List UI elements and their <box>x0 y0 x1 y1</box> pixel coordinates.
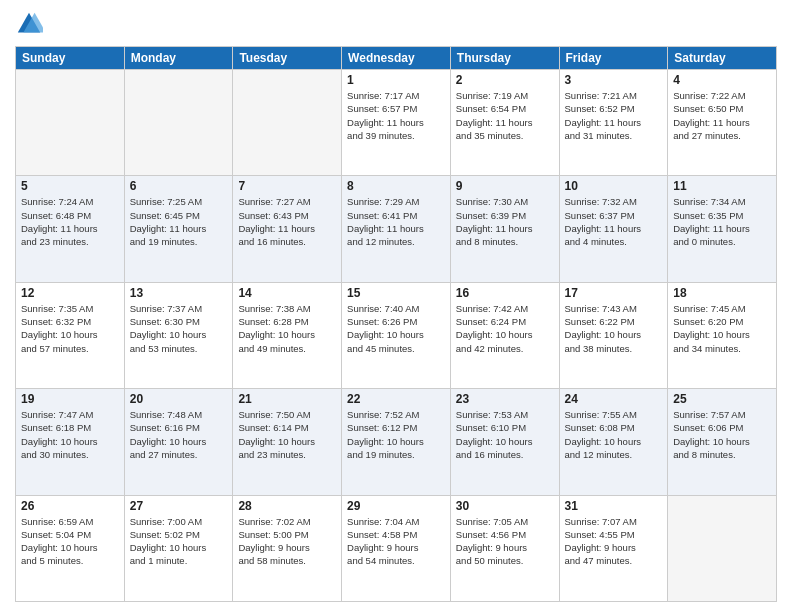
day-info: Sunrise: 7:21 AM Sunset: 6:52 PM Dayligh… <box>565 89 663 142</box>
calendar-cell: 21Sunrise: 7:50 AM Sunset: 6:14 PM Dayli… <box>233 389 342 495</box>
day-info: Sunrise: 7:37 AM Sunset: 6:30 PM Dayligh… <box>130 302 228 355</box>
calendar-day-header: Wednesday <box>342 47 451 70</box>
calendar-cell: 17Sunrise: 7:43 AM Sunset: 6:22 PM Dayli… <box>559 282 668 388</box>
day-number: 22 <box>347 392 445 406</box>
day-number: 29 <box>347 499 445 513</box>
calendar-cell <box>233 70 342 176</box>
day-info: Sunrise: 7:07 AM Sunset: 4:55 PM Dayligh… <box>565 515 663 568</box>
calendar-cell: 30Sunrise: 7:05 AM Sunset: 4:56 PM Dayli… <box>450 495 559 601</box>
day-number: 7 <box>238 179 336 193</box>
day-info: Sunrise: 7:40 AM Sunset: 6:26 PM Dayligh… <box>347 302 445 355</box>
day-number: 9 <box>456 179 554 193</box>
calendar-week-row: 19Sunrise: 7:47 AM Sunset: 6:18 PM Dayli… <box>16 389 777 495</box>
logo-icon <box>15 10 43 38</box>
calendar-cell: 11Sunrise: 7:34 AM Sunset: 6:35 PM Dayli… <box>668 176 777 282</box>
calendar-cell <box>668 495 777 601</box>
header <box>15 10 777 38</box>
day-info: Sunrise: 7:34 AM Sunset: 6:35 PM Dayligh… <box>673 195 771 248</box>
day-info: Sunrise: 7:27 AM Sunset: 6:43 PM Dayligh… <box>238 195 336 248</box>
day-info: Sunrise: 7:45 AM Sunset: 6:20 PM Dayligh… <box>673 302 771 355</box>
day-info: Sunrise: 7:32 AM Sunset: 6:37 PM Dayligh… <box>565 195 663 248</box>
calendar-cell: 14Sunrise: 7:38 AM Sunset: 6:28 PM Dayli… <box>233 282 342 388</box>
calendar-cell: 1Sunrise: 7:17 AM Sunset: 6:57 PM Daylig… <box>342 70 451 176</box>
day-info: Sunrise: 7:19 AM Sunset: 6:54 PM Dayligh… <box>456 89 554 142</box>
calendar-cell: 2Sunrise: 7:19 AM Sunset: 6:54 PM Daylig… <box>450 70 559 176</box>
day-number: 27 <box>130 499 228 513</box>
calendar-cell: 7Sunrise: 7:27 AM Sunset: 6:43 PM Daylig… <box>233 176 342 282</box>
calendar-cell: 22Sunrise: 7:52 AM Sunset: 6:12 PM Dayli… <box>342 389 451 495</box>
calendar-day-header: Thursday <box>450 47 559 70</box>
calendar-cell: 25Sunrise: 7:57 AM Sunset: 6:06 PM Dayli… <box>668 389 777 495</box>
day-number: 13 <box>130 286 228 300</box>
calendar-cell: 13Sunrise: 7:37 AM Sunset: 6:30 PM Dayli… <box>124 282 233 388</box>
day-info: Sunrise: 7:22 AM Sunset: 6:50 PM Dayligh… <box>673 89 771 142</box>
day-number: 11 <box>673 179 771 193</box>
day-number: 23 <box>456 392 554 406</box>
day-info: Sunrise: 7:47 AM Sunset: 6:18 PM Dayligh… <box>21 408 119 461</box>
day-number: 2 <box>456 73 554 87</box>
day-number: 14 <box>238 286 336 300</box>
calendar-week-row: 12Sunrise: 7:35 AM Sunset: 6:32 PM Dayli… <box>16 282 777 388</box>
calendar-cell: 31Sunrise: 7:07 AM Sunset: 4:55 PM Dayli… <box>559 495 668 601</box>
calendar-cell: 16Sunrise: 7:42 AM Sunset: 6:24 PM Dayli… <box>450 282 559 388</box>
day-number: 12 <box>21 286 119 300</box>
day-info: Sunrise: 7:57 AM Sunset: 6:06 PM Dayligh… <box>673 408 771 461</box>
calendar-day-header: Friday <box>559 47 668 70</box>
calendar-cell: 26Sunrise: 6:59 AM Sunset: 5:04 PM Dayli… <box>16 495 125 601</box>
logo <box>15 10 45 38</box>
day-number: 15 <box>347 286 445 300</box>
calendar-cell <box>124 70 233 176</box>
day-info: Sunrise: 7:52 AM Sunset: 6:12 PM Dayligh… <box>347 408 445 461</box>
day-number: 31 <box>565 499 663 513</box>
day-info: Sunrise: 7:38 AM Sunset: 6:28 PM Dayligh… <box>238 302 336 355</box>
calendar-week-row: 1Sunrise: 7:17 AM Sunset: 6:57 PM Daylig… <box>16 70 777 176</box>
day-number: 21 <box>238 392 336 406</box>
day-info: Sunrise: 7:53 AM Sunset: 6:10 PM Dayligh… <box>456 408 554 461</box>
day-info: Sunrise: 7:43 AM Sunset: 6:22 PM Dayligh… <box>565 302 663 355</box>
day-number: 16 <box>456 286 554 300</box>
day-info: Sunrise: 7:29 AM Sunset: 6:41 PM Dayligh… <box>347 195 445 248</box>
calendar-day-header: Sunday <box>16 47 125 70</box>
calendar-cell: 18Sunrise: 7:45 AM Sunset: 6:20 PM Dayli… <box>668 282 777 388</box>
day-info: Sunrise: 7:55 AM Sunset: 6:08 PM Dayligh… <box>565 408 663 461</box>
calendar-cell: 8Sunrise: 7:29 AM Sunset: 6:41 PM Daylig… <box>342 176 451 282</box>
calendar-day-header: Tuesday <box>233 47 342 70</box>
calendar-header-row: SundayMondayTuesdayWednesdayThursdayFrid… <box>16 47 777 70</box>
calendar-cell: 20Sunrise: 7:48 AM Sunset: 6:16 PM Dayli… <box>124 389 233 495</box>
day-info: Sunrise: 7:04 AM Sunset: 4:58 PM Dayligh… <box>347 515 445 568</box>
day-info: Sunrise: 7:50 AM Sunset: 6:14 PM Dayligh… <box>238 408 336 461</box>
day-number: 26 <box>21 499 119 513</box>
day-number: 17 <box>565 286 663 300</box>
day-number: 6 <box>130 179 228 193</box>
day-number: 25 <box>673 392 771 406</box>
day-number: 19 <box>21 392 119 406</box>
calendar-cell <box>16 70 125 176</box>
day-number: 3 <box>565 73 663 87</box>
calendar-cell: 24Sunrise: 7:55 AM Sunset: 6:08 PM Dayli… <box>559 389 668 495</box>
day-info: Sunrise: 7:25 AM Sunset: 6:45 PM Dayligh… <box>130 195 228 248</box>
calendar-cell: 9Sunrise: 7:30 AM Sunset: 6:39 PM Daylig… <box>450 176 559 282</box>
calendar-cell: 5Sunrise: 7:24 AM Sunset: 6:48 PM Daylig… <box>16 176 125 282</box>
calendar-cell: 28Sunrise: 7:02 AM Sunset: 5:00 PM Dayli… <box>233 495 342 601</box>
day-info: Sunrise: 7:48 AM Sunset: 6:16 PM Dayligh… <box>130 408 228 461</box>
calendar-cell: 27Sunrise: 7:00 AM Sunset: 5:02 PM Dayli… <box>124 495 233 601</box>
calendar-cell: 6Sunrise: 7:25 AM Sunset: 6:45 PM Daylig… <box>124 176 233 282</box>
calendar-cell: 3Sunrise: 7:21 AM Sunset: 6:52 PM Daylig… <box>559 70 668 176</box>
calendar-cell: 19Sunrise: 7:47 AM Sunset: 6:18 PM Dayli… <box>16 389 125 495</box>
day-number: 5 <box>21 179 119 193</box>
calendar-cell: 4Sunrise: 7:22 AM Sunset: 6:50 PM Daylig… <box>668 70 777 176</box>
calendar-cell: 23Sunrise: 7:53 AM Sunset: 6:10 PM Dayli… <box>450 389 559 495</box>
day-number: 20 <box>130 392 228 406</box>
calendar-day-header: Monday <box>124 47 233 70</box>
day-info: Sunrise: 7:30 AM Sunset: 6:39 PM Dayligh… <box>456 195 554 248</box>
page: SundayMondayTuesdayWednesdayThursdayFrid… <box>0 0 792 612</box>
day-info: Sunrise: 7:17 AM Sunset: 6:57 PM Dayligh… <box>347 89 445 142</box>
day-number: 18 <box>673 286 771 300</box>
day-number: 10 <box>565 179 663 193</box>
calendar-cell: 29Sunrise: 7:04 AM Sunset: 4:58 PM Dayli… <box>342 495 451 601</box>
day-info: Sunrise: 7:35 AM Sunset: 6:32 PM Dayligh… <box>21 302 119 355</box>
day-number: 28 <box>238 499 336 513</box>
day-info: Sunrise: 7:00 AM Sunset: 5:02 PM Dayligh… <box>130 515 228 568</box>
day-info: Sunrise: 7:05 AM Sunset: 4:56 PM Dayligh… <box>456 515 554 568</box>
calendar-table: SundayMondayTuesdayWednesdayThursdayFrid… <box>15 46 777 602</box>
